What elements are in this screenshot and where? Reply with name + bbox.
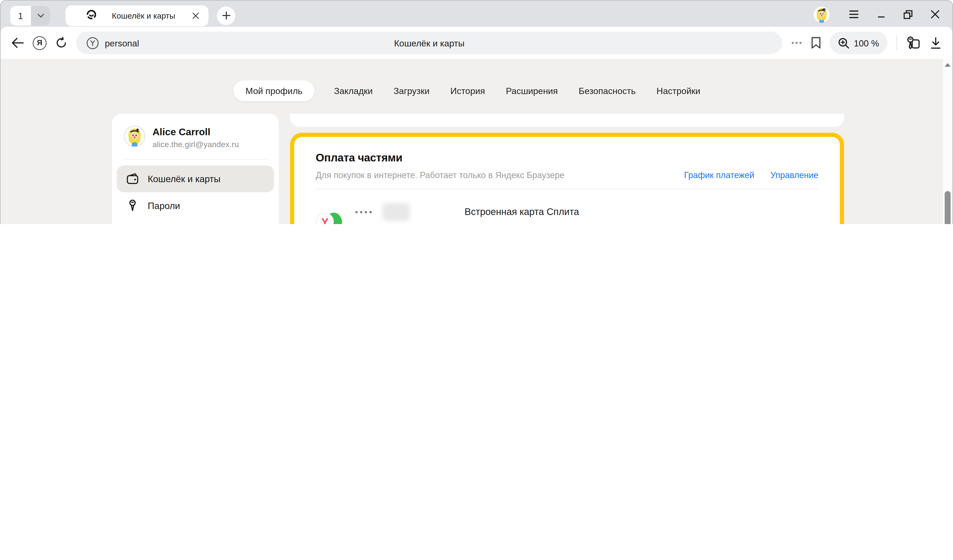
tab-title: Кошелёк и карты: [97, 11, 190, 20]
masked-digits: ••••: [355, 207, 374, 217]
toolbar: Я personal Кошелёк и карты 100 %: [1, 27, 953, 59]
card-divider: [316, 189, 818, 190]
tab-bar: 1 Кошелёк и карты: [1, 1, 953, 27]
menu-hamburger-icon[interactable]: [849, 10, 859, 21]
reload-icon[interactable]: [56, 37, 67, 49]
address-bar[interactable]: personal Кошелёк и карты: [76, 32, 782, 54]
tab-bookmarks[interactable]: Закладки: [333, 80, 374, 101]
tab-count-label: 1: [10, 6, 31, 25]
tab-downloads[interactable]: Загрузки: [393, 80, 431, 101]
key-icon: [125, 199, 140, 213]
browser-window-scaler: 1 Кошелёк и карты: [0, 0, 953, 224]
chevron-down-icon[interactable]: [31, 6, 50, 25]
sidebar-divider: [123, 159, 268, 160]
window-restore-button[interactable]: [904, 10, 913, 21]
profile-email: alice.the.girl@yandex.ru: [152, 140, 239, 149]
profile-sidebar: Alice Carroll alice.the.girl@yandex.ru К…: [112, 114, 279, 224]
card-name: Встроенная карта Сплита: [464, 207, 579, 217]
wallet-icon: [125, 172, 140, 186]
avatar[interactable]: [813, 6, 830, 25]
settings-page: Мой профиль Закладки Загрузки История Ра…: [1, 59, 953, 224]
payment-schedule-link[interactable]: График платежей: [684, 170, 754, 180]
yandex-id-shield-icon[interactable]: [86, 36, 99, 50]
settings-smiley-favicon: [86, 9, 97, 22]
tab-security[interactable]: Безопасность: [577, 80, 637, 101]
address-bar-page-title: Кошелёк и карты: [76, 38, 782, 48]
scroll-up-arrow-icon[interactable]: [945, 63, 951, 67]
sidebar-item-passwords[interactable]: Пароли: [117, 192, 274, 219]
tab-counter[interactable]: 1: [10, 6, 50, 25]
passwords-key-card-icon[interactable]: [906, 36, 921, 50]
scrollbar-thumb[interactable]: [945, 191, 951, 224]
window-minimize-button[interactable]: [877, 10, 885, 21]
yandex-ya-icon[interactable]: Я: [33, 36, 47, 50]
avatar: [124, 126, 145, 150]
bookmark-icon[interactable]: [812, 37, 821, 49]
back-icon[interactable]: [11, 38, 24, 48]
toolbar-divider: [897, 35, 897, 51]
page-scrollbar[interactable]: [942, 59, 953, 224]
split-payments-card: Оплата частями Для покупок в интернете. …: [294, 137, 840, 224]
section-title: Оплата частями: [316, 151, 818, 164]
sidebar-item-wallet-cards[interactable]: Кошелёк и карты: [117, 166, 274, 192]
window-close-button[interactable]: [931, 10, 939, 21]
profile-block: Alice Carroll alice.the.girl@yandex.ru: [124, 126, 268, 150]
browser-window: 1 Кошелёк и карты: [0, 0, 953, 224]
card-row[interactable]: Y •••• Встроенная карта Сплита: [316, 194, 818, 224]
zoom-level-label: 100 %: [854, 38, 879, 48]
settings-nav-tabs: Мой профиль Закладки Загрузки История Ра…: [1, 80, 934, 101]
tab-extensions[interactable]: Расширения: [504, 80, 559, 101]
main-column: Оплата частями Для покупок в интернете. …: [290, 114, 844, 224]
sidebar-item-personal-data[interactable]: Личные данные: [117, 219, 274, 224]
more-options-icon[interactable]: [791, 41, 802, 45]
zoom-control[interactable]: 100 %: [830, 32, 888, 54]
tab-my-profile[interactable]: Мой профиль: [233, 80, 314, 101]
sidebar-item-label: Кошелёк и карты: [148, 173, 220, 184]
svg-text:Y: Y: [321, 216, 329, 224]
sidebar-item-label: Пароли: [148, 200, 180, 212]
previous-card-bottom: [290, 114, 844, 127]
url-text[interactable]: personal: [105, 38, 139, 48]
new-tab-button[interactable]: [217, 6, 235, 25]
highlighted-wallet-group: Оплата частями Для покупок в интернете. …: [290, 133, 844, 224]
browser-tab[interactable]: Кошелёк и карты: [65, 5, 208, 26]
zoom-in-magnifier-icon: [838, 37, 850, 49]
tab-settings[interactable]: Настройки: [655, 80, 702, 101]
downloads-icon[interactable]: [930, 37, 942, 49]
blurred-card-number: [382, 203, 410, 221]
section-subtitle: Для покупок в интернете. Работает только…: [316, 170, 684, 180]
tab-close-icon[interactable]: [190, 10, 202, 21]
manage-link[interactable]: Управление: [770, 170, 818, 180]
profile-name: Alice Carroll: [152, 126, 239, 138]
tab-history[interactable]: История: [449, 80, 486, 101]
